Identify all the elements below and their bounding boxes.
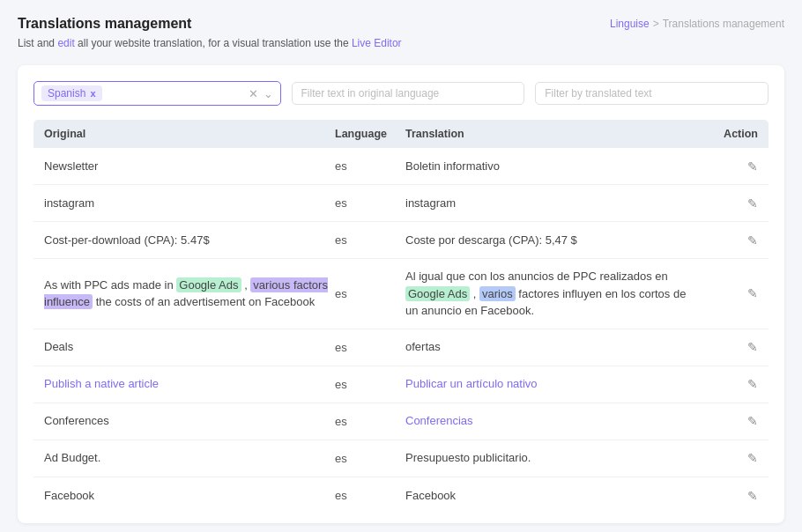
table-row: Deals es ofertas ✎ <box>33 329 769 366</box>
col-header-language: Language <box>335 128 405 140</box>
edit-icon[interactable]: ✎ <box>747 233 758 248</box>
edit-icon[interactable]: ✎ <box>747 414 758 428</box>
original-link-text: Publish a native article <box>44 377 159 390</box>
table-body: Newsletter es Boletin informativo ✎ inst… <box>33 148 769 514</box>
page-title: Translations management <box>18 16 191 32</box>
col-header-action: Action <box>696 128 758 140</box>
cell-action: ✎ <box>696 489 758 503</box>
cell-action: ✎ <box>696 377 758 391</box>
cell-translation: Conferencias <box>405 412 696 430</box>
table-row: Newsletter es Boletin informativo ✎ <box>33 148 769 185</box>
edit-icon[interactable]: ✎ <box>747 286 758 300</box>
table-header: Original Language Translation Action <box>33 120 769 148</box>
cell-action: ✎ <box>696 451 758 465</box>
cell-original: Newsletter <box>44 158 335 175</box>
cell-original: Ad Budget. <box>44 449 335 467</box>
language-filter[interactable]: Spanish x ✕ ⌄ <box>33 81 281 106</box>
page-subtitle: List and edit all your website translati… <box>18 37 784 49</box>
cell-translation: Facebook <box>405 487 696 505</box>
filter-translated-input[interactable] <box>535 82 769 105</box>
edit-icon[interactable]: ✎ <box>747 377 758 391</box>
table-row: Cost-per-download (CPA): 5.47$ es Coste … <box>33 222 769 259</box>
edit-icon[interactable]: ✎ <box>747 196 758 211</box>
highlight-varios-translation: varios <box>479 286 516 301</box>
translation-link-text: Conferencias <box>405 414 473 427</box>
cell-original: instagram <box>44 195 335 212</box>
cell-action: ✎ <box>696 196 758 211</box>
filter-icons: ✕ ⌄ <box>249 88 273 100</box>
filters-row: Spanish x ✕ ⌄ <box>33 81 769 106</box>
breadcrumb-current: Translations management <box>663 18 784 30</box>
edit-icon[interactable]: ✎ <box>747 159 758 174</box>
clear-filter-icon[interactable]: ✕ <box>249 88 258 100</box>
cell-action: ✎ <box>696 159 758 174</box>
table-row: Facebook es Facebook ✎ <box>33 477 769 514</box>
cell-action: ✎ <box>696 233 758 248</box>
cell-lang: es <box>335 233 405 247</box>
cell-lang: es <box>335 287 405 300</box>
subtitle-live-editor-link[interactable]: Live Editor <box>352 37 402 49</box>
cell-translation: Publicar un artículo nativo <box>405 375 696 393</box>
table-row: Conferences es Conferencias ✎ <box>33 403 769 440</box>
cell-original: Facebook <box>44 487 335 505</box>
cell-translation: instagram <box>405 195 696 212</box>
edit-icon[interactable]: ✎ <box>747 489 758 503</box>
translation-link-text: Publicar un artículo nativo <box>405 377 538 390</box>
highlight-google-ads-original: Google Ads <box>176 277 241 292</box>
main-card: Spanish x ✕ ⌄ Original Language Translat… <box>18 65 784 523</box>
cell-original: Cost-per-download (CPA): 5.47$ <box>44 232 335 249</box>
cell-lang: es <box>335 452 405 465</box>
language-tag-label: Spanish <box>48 87 85 100</box>
cell-lang: es <box>335 196 405 210</box>
breadcrumb-home[interactable]: Linguise <box>610 18 650 30</box>
cell-lang: es <box>335 341 405 354</box>
cell-original: Publish a native article <box>44 375 335 393</box>
language-search-input[interactable] <box>108 87 240 100</box>
cell-lang: es <box>335 489 405 502</box>
cell-lang: es <box>335 378 405 391</box>
cell-action: ✎ <box>696 414 758 428</box>
cell-original: Deals <box>44 338 335 356</box>
filter-original-input[interactable] <box>292 82 525 105</box>
edit-icon[interactable]: ✎ <box>747 451 758 465</box>
subtitle-edit-link[interactable]: edit <box>57 37 74 49</box>
col-header-translation: Translation <box>405 128 696 140</box>
breadcrumb-separator: > <box>653 18 659 30</box>
dropdown-filter-icon[interactable]: ⌄ <box>264 88 273 100</box>
table-row: Publish a native article es Publicar un … <box>33 366 769 403</box>
cell-translation: Al igual que con los anuncios de PPC rea… <box>405 268 696 320</box>
cell-translation: Presupuesto publicitario. <box>405 449 696 467</box>
edit-icon[interactable]: ✎ <box>747 340 758 354</box>
cell-translation: Boletin informativo <box>405 158 696 175</box>
language-tag-remove[interactable]: x <box>90 88 95 99</box>
language-tag: Spanish x <box>41 85 102 101</box>
breadcrumb: Linguise > Translations management <box>610 18 784 30</box>
cell-translation: ofertas <box>405 338 696 356</box>
table-row: As with PPC ads made in Google Ads , var… <box>33 259 769 329</box>
cell-lang: es <box>335 159 405 173</box>
cell-original: As with PPC ads made in Google Ads , var… <box>44 277 335 311</box>
cell-original: Conferences <box>44 412 335 430</box>
cell-action: ✎ <box>696 340 758 354</box>
highlight-google-ads-translation: Google Ads <box>405 286 470 301</box>
cell-lang: es <box>335 415 405 428</box>
cell-translation: Coste por descarga (CPA): 5,47 $ <box>405 232 696 249</box>
table-row: instagram es instagram ✎ <box>33 185 769 222</box>
table-row: Ad Budget. es Presupuesto publicitario. … <box>33 440 769 477</box>
col-header-original: Original <box>44 128 335 140</box>
cell-action: ✎ <box>696 286 758 300</box>
